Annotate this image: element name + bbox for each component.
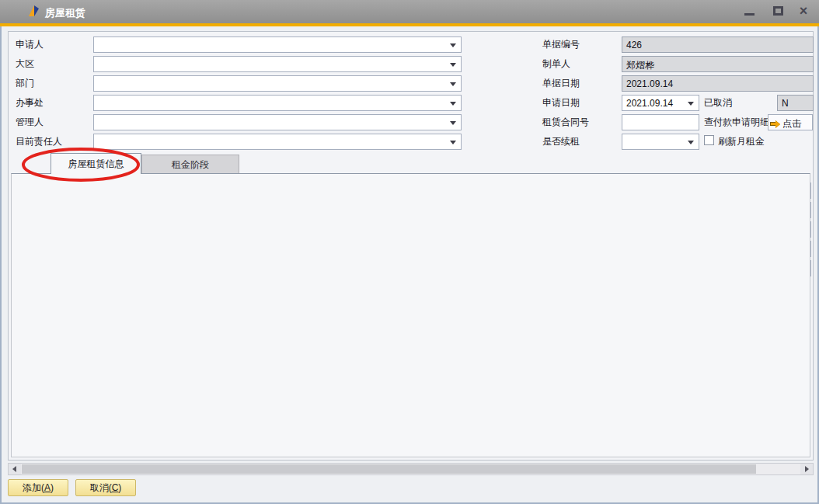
window-title: 房屋租赁 — [45, 6, 85, 20]
contract-no-label: 租赁合同号 — [542, 116, 589, 128]
scroll-right-button[interactable] — [800, 464, 813, 474]
tab-rent-stage[interactable]: 租金阶段 — [141, 155, 239, 174]
creator-value: 郑熠桦 — [622, 56, 814, 72]
department-combo[interactable] — [93, 75, 462, 92]
window-border-left — [0, 26, 2, 504]
arrow-left-icon — [12, 466, 16, 472]
horizontal-scrollbar[interactable] — [8, 463, 814, 475]
add-button[interactable]: 添加(A) — [8, 479, 68, 496]
cancelled-value: N — [777, 95, 814, 111]
creator-label: 制单人 — [542, 58, 570, 70]
refresh-rent-checkbox[interactable] — [704, 135, 714, 145]
title-bar: 房屋租赁 — [0, 0, 819, 23]
view-payment-detail-label: 查付款申请明细 — [704, 116, 769, 128]
doc-date-label: 单据日期 — [542, 78, 580, 89]
apply-date-combo[interactable]: 2021.09.14 — [622, 95, 699, 111]
arrow-right-icon — [805, 466, 809, 472]
department-label: 部门 — [16, 78, 34, 89]
cancel-button-label: ) — [118, 482, 121, 493]
manager-combo[interactable] — [93, 114, 462, 130]
cancel-button-key: C — [112, 482, 119, 493]
app-window: 房屋租赁 × 申请人 大区 部门 办事处 管理人 目前责任人 单据编号 426 … — [0, 0, 819, 504]
arrow-right-icon — [770, 122, 775, 126]
chevron-down-icon — [450, 121, 456, 125]
office-label: 办事处 — [16, 97, 44, 109]
view-payment-detail-button[interactable]: 点击 — [768, 114, 813, 130]
arrow-right-icon — [775, 120, 780, 128]
cancel-button-label: 取消( — [90, 482, 112, 493]
chevron-down-icon — [450, 102, 456, 106]
app-logo-icon — [26, 5, 40, 19]
region-combo[interactable] — [93, 56, 462, 72]
scroll-left-button[interactable] — [9, 464, 21, 474]
chevron-down-icon — [450, 82, 456, 86]
apply-date-label: 申请日期 — [542, 97, 580, 109]
cancelled-label: 已取消 — [704, 97, 732, 109]
add-button-label: ) — [51, 482, 54, 493]
responsible-label: 目前责任人 — [16, 136, 62, 148]
add-button-label: 添加( — [23, 482, 44, 493]
apply-date-value: 2021.09.14 — [626, 98, 673, 109]
tab-content-panel — [11, 173, 810, 457]
close-icon[interactable]: × — [796, 3, 811, 16]
refresh-rent-label: 刷新月租金 — [718, 136, 765, 148]
maximize-icon[interactable] — [773, 6, 783, 16]
accent-line — [0, 23, 819, 26]
office-combo[interactable] — [93, 95, 462, 111]
doc-no-value: 426 — [622, 36, 814, 53]
responsible-combo[interactable] — [93, 134, 462, 150]
doc-date-value: 2021.09.14 — [622, 75, 814, 92]
chevron-down-icon — [450, 43, 456, 47]
renew-combo[interactable] — [622, 134, 699, 150]
region-label: 大区 — [16, 58, 34, 70]
tab-house-rental-info[interactable]: 房屋租赁信息 — [51, 153, 141, 174]
manager-label: 管理人 — [16, 116, 44, 128]
contract-no-input-inner[interactable] — [622, 115, 699, 130]
chevron-down-icon — [688, 102, 694, 106]
contract-no-input[interactable] — [622, 114, 699, 130]
applicant-combo[interactable] — [93, 36, 462, 53]
renew-label: 是否续租 — [542, 136, 580, 148]
view-payment-detail-link-text: 点击 — [782, 118, 801, 129]
chevron-down-icon — [450, 63, 456, 67]
doc-no-label: 单据编号 — [542, 39, 580, 50]
chevron-down-icon — [688, 141, 694, 144]
scrollbar-thumb[interactable] — [22, 464, 756, 474]
cancel-button[interactable]: 取消(C) — [75, 479, 136, 496]
chevron-down-icon — [450, 141, 456, 144]
add-button-key: A — [44, 482, 51, 493]
applicant-label: 申请人 — [16, 39, 44, 50]
minimize-icon[interactable] — [744, 13, 755, 16]
